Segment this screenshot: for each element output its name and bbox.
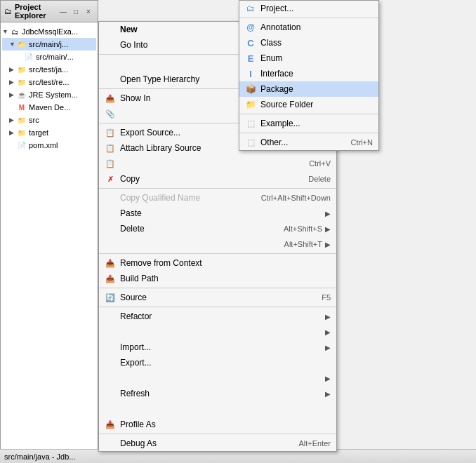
remove-context-icon	[103, 192, 117, 203]
submenu-item-enum[interactable]: E Enum	[239, 51, 378, 66]
minimize-button[interactable]: —	[58, 6, 69, 17]
menu-label-build-path: Paste	[120, 208, 322, 218]
menu-item-remove-context[interactable]: Copy Qualified Name Ctrl+Alt+Shift+Down	[99, 190, 336, 206]
tree-item-src-main[interactable]: ▼ 📁 src/main/j...	[2, 38, 96, 51]
explorer-title: Project Explorer	[15, 3, 55, 20]
go-into-icon	[103, 39, 117, 51]
submenu-label-interface: Interface	[260, 69, 373, 79]
menu-label-source: Delete	[120, 224, 270, 234]
menu-item-export[interactable]: 📤 Build Path	[99, 271, 336, 286]
submenu-package-icon: 📦	[244, 83, 258, 95]
menu-item-import[interactable]: 📥 Remove from Context	[99, 255, 336, 271]
tree-item-src-test-ja[interactable]: ▶ 📁 src/test/ja...	[2, 63, 96, 76]
submenu-enum-icon: E	[244, 53, 258, 64]
menu-item-build-path[interactable]: Paste ▶	[99, 206, 336, 221]
maximize-button[interactable]: □	[70, 6, 81, 17]
refactor-icon	[103, 239, 117, 250]
refresh-shortcut: F5	[322, 293, 331, 302]
submenu-item-project[interactable]: 🗂 Project...	[239, 1, 378, 16]
tree-item-target[interactable]: ▶ 📁 target	[2, 126, 96, 139]
submenu-label-source-folder: Source Folder	[260, 100, 373, 109]
import-icon: 📥	[103, 257, 117, 269]
submenu-interface-icon: I	[244, 68, 258, 79]
source-icon	[103, 223, 117, 234]
menu-item-source[interactable]: Delete Alt+Shift+S ▶	[99, 221, 336, 236]
menu-item-run-as[interactable]: Import... ▶	[99, 340, 336, 355]
menu-label-refresh: Source	[120, 293, 308, 302]
menu-item-delete[interactable]: ✗ Copy Delete	[99, 171, 336, 187]
explorer-icon: 🗂	[4, 7, 12, 15]
menu-item-properties[interactable]: Debug As Alt+Enter	[99, 436, 336, 451]
menu-item-import-repo[interactable]: 📥 Profile As	[99, 417, 336, 432]
submenu-item-example[interactable]: ⬚ Example...	[239, 116, 378, 131]
menu-label-import: Remove from Context	[120, 258, 331, 268]
separator-6	[99, 288, 336, 288]
validate-icon	[103, 357, 117, 368]
profile-as-arrow: ▶	[325, 313, 331, 321]
profile-as-icon	[103, 311, 117, 322]
menu-item-validate[interactable]: Export...	[99, 355, 336, 370]
submenu-separator-3	[239, 133, 378, 133]
submenu-label-project: Project...	[260, 4, 373, 13]
menu-item-refresh[interactable]: 🔄 Source F5	[99, 290, 336, 305]
menu-item-paste[interactable]: 📋 Ctrl+V	[99, 156, 336, 171]
submenu-source-folder-icon: 📁	[244, 99, 258, 110]
refactor-arrow: ▶	[325, 241, 331, 248]
compare-with-icon	[103, 388, 117, 399]
menu-item-team[interactable]: ▶	[99, 370, 336, 386]
open-type-icon	[103, 58, 117, 69]
paste-shortcut: Ctrl+V	[309, 159, 331, 168]
submenu-item-class[interactable]: C Class	[239, 35, 378, 51]
submenu-label-other: Other...	[260, 137, 337, 147]
menu-label-profile-as: Refactor	[120, 311, 322, 321]
separator-8	[99, 434, 336, 434]
delete-shortcut: Delete	[308, 175, 331, 183]
close-button[interactable]: ×	[83, 6, 94, 17]
project-explorer: 🗂 Project Explorer — □ × ▼ 🗂 JdbcMssqlEx…	[0, 0, 98, 463]
tree-item-src-main-file[interactable]: 📄 src/main/...	[2, 51, 96, 63]
explorer-toolbar: — □ ×	[58, 6, 94, 17]
submenu-item-interface[interactable]: I Interface	[239, 66, 378, 81]
team-arrow: ▶	[325, 375, 331, 382]
export-source-icon: 📤	[103, 93, 117, 104]
submenu-label-annotation: Annotation	[260, 22, 373, 32]
submenu-separator-1	[239, 18, 378, 18]
tree-item-src-test-re[interactable]: ▶ 📁 src/test/re...	[2, 76, 96, 88]
submenu-project-icon: 🗂	[244, 3, 258, 14]
menu-item-refactor[interactable]: Alt+Shift+T ▶	[99, 236, 336, 252]
delete-icon: ✗	[103, 173, 117, 184]
tree-item-pom[interactable]: 📄 pom.xml	[2, 139, 96, 152]
submenu-item-package[interactable]: 📦 Package	[239, 81, 378, 97]
submenu-other-icon: ⬚	[244, 137, 258, 148]
submenu-label-class: Class	[260, 38, 373, 48]
other-shortcut: Ctrl+N	[351, 138, 373, 147]
submenu-label-example: Example...	[260, 119, 373, 128]
separator-4	[99, 188, 336, 189]
menu-item-restore[interactable]	[99, 401, 336, 417]
build-path-arrow: ▶	[325, 210, 331, 217]
submenu-item-source-folder[interactable]: 📁 Source Folder	[239, 97, 378, 112]
submenu-class-icon: C	[244, 37, 258, 48]
properties-icon	[103, 438, 117, 449]
tree-item-jre[interactable]: ▶ ☕ JRE System...	[2, 88, 96, 101]
menu-label-import-repo: Profile As	[120, 420, 331, 429]
copy-icon: 📋	[103, 127, 117, 138]
submenu-item-annotation[interactable]: @ Annotation	[239, 20, 378, 35]
run-as-arrow: ▶	[325, 344, 331, 351]
separator-7	[99, 307, 336, 307]
menu-item-debug-as[interactable]: ▶	[99, 324, 336, 340]
tree-item-src[interactable]: ▶ 📁 src	[2, 114, 96, 126]
refresh-icon: 🔄	[103, 292, 117, 303]
menu-label-compare-with: Refresh	[120, 389, 322, 398]
run-as-icon	[103, 342, 117, 353]
submenu-item-other[interactable]: ⬚ Other... Ctrl+N	[239, 135, 378, 150]
menu-label-validate: Export...	[120, 358, 331, 368]
tree-item-maven[interactable]: M Maven De...	[2, 101, 96, 114]
compare-with-arrow: ▶	[325, 390, 331, 398]
menu-item-profile-as[interactable]: Refactor ▶	[99, 309, 336, 324]
menu-item-compare-with[interactable]: Refresh ▶	[99, 386, 336, 401]
tree-item-project[interactable]: ▼ 🗂 JdbcMssqlExa...	[2, 25, 96, 38]
submenu-new: 🗂 Project... @ Annotation C Class E Enum…	[239, 0, 379, 151]
menu-label-run-as: Import...	[120, 342, 322, 352]
remove-context-shortcut: Ctrl+Alt+Shift+Down	[261, 194, 331, 202]
